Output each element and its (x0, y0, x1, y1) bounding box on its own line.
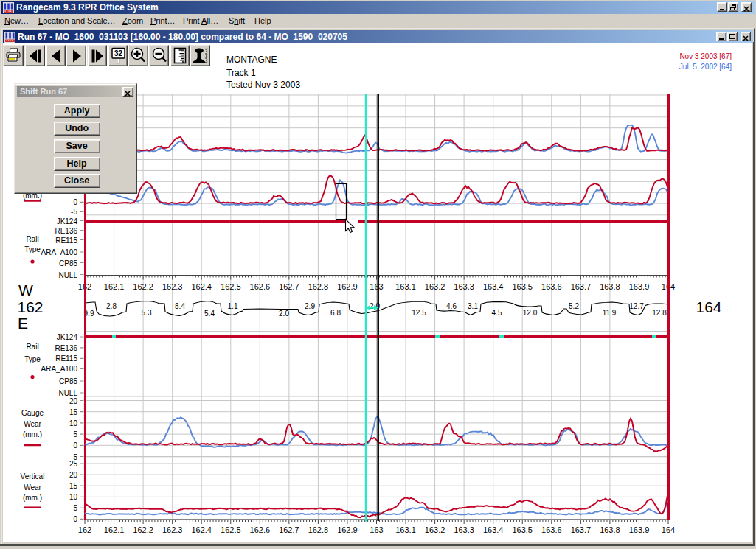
svg-text:Wear: Wear (24, 420, 41, 428)
svg-text:RE115: RE115 (55, 354, 77, 363)
svg-text:162.5: 162.5 (221, 525, 241, 534)
svg-text:8.4: 8.4 (175, 302, 185, 310)
svg-text:W: W (18, 282, 33, 298)
svg-text:20: 20 (69, 471, 78, 479)
svg-text:162.1: 162.1 (104, 525, 125, 534)
svg-text:Type: Type (24, 355, 41, 363)
svg-text:162.5: 162.5 (221, 282, 241, 291)
svg-text:163.4: 163.4 (483, 282, 504, 291)
svg-text:163.9: 163.9 (629, 525, 650, 534)
svg-text:E: E (18, 315, 28, 332)
svg-text:164: 164 (662, 525, 675, 534)
svg-text:12.8: 12.8 (652, 309, 667, 317)
svg-text:163.7: 163.7 (571, 282, 592, 291)
svg-text:0: 0 (73, 441, 77, 450)
svg-text:2.9: 2.9 (305, 302, 315, 310)
svg-text:JK124: JK124 (57, 333, 78, 341)
svg-text:162.2: 162.2 (133, 282, 153, 291)
svg-text:162.8: 162.8 (308, 525, 329, 534)
svg-text:163.9: 163.9 (629, 282, 650, 291)
svg-text:163.7: 163.7 (571, 525, 592, 534)
svg-text:25: 25 (69, 460, 78, 468)
svg-text:JK124: JK124 (57, 217, 78, 225)
svg-text:163: 163 (370, 525, 383, 534)
svg-text:164: 164 (696, 298, 721, 315)
svg-text:162.4: 162.4 (191, 525, 212, 534)
svg-text:0: 0 (73, 198, 77, 206)
svg-text:5.3: 5.3 (142, 309, 152, 317)
svg-text:ARA_A100: ARA_A100 (41, 365, 78, 373)
svg-text:Gauge: Gauge (21, 409, 44, 417)
svg-text:162.3: 162.3 (162, 525, 183, 534)
svg-text:163.5: 163.5 (512, 525, 533, 534)
svg-text:162.8: 162.8 (308, 282, 329, 291)
svg-text:162: 162 (17, 298, 43, 315)
svg-text:20: 20 (69, 397, 78, 405)
svg-text:NULL: NULL (58, 271, 77, 279)
svg-text:0: 0 (73, 515, 77, 523)
svg-text:Vertical: Vertical (21, 472, 45, 480)
svg-text:RE136: RE136 (55, 227, 77, 235)
svg-text:162.7: 162.7 (279, 525, 299, 534)
svg-text:(mm.): (mm.) (23, 430, 42, 438)
svg-text:12.7: 12.7 (629, 302, 644, 310)
svg-text:163.1: 163.1 (395, 282, 416, 291)
svg-text:5.4: 5.4 (204, 310, 215, 318)
svg-text:162.2: 162.2 (133, 525, 153, 534)
svg-text:ARA_A100: ARA_A100 (41, 248, 78, 256)
svg-text:162: 162 (78, 525, 91, 534)
svg-text:11.9: 11.9 (603, 309, 617, 317)
svg-text:Rail: Rail (26, 235, 38, 243)
svg-text:12.5: 12.5 (412, 309, 426, 317)
svg-text:162.9: 162.9 (337, 282, 358, 291)
svg-text:162.6: 162.6 (250, 282, 271, 291)
svg-text:163.6: 163.6 (541, 282, 562, 291)
svg-text:2.8: 2.8 (106, 302, 117, 310)
svg-text:CP85: CP85 (59, 377, 77, 385)
svg-text:162.1: 162.1 (104, 282, 125, 291)
svg-text:10: 10 (69, 493, 78, 501)
svg-text:RE115: RE115 (55, 237, 77, 245)
svg-text:163.2: 163.2 (425, 282, 445, 291)
svg-text:163.8: 163.8 (600, 282, 620, 291)
svg-text:5: 5 (73, 504, 77, 512)
svg-text:6.8: 6.8 (330, 309, 341, 317)
svg-text:163.4: 163.4 (483, 525, 504, 534)
svg-text:3.1: 3.1 (468, 302, 478, 310)
svg-text:163.6: 163.6 (541, 525, 562, 534)
svg-text:2.0: 2.0 (279, 310, 289, 318)
svg-text:4.5: 4.5 (492, 309, 502, 317)
svg-text:10: 10 (69, 419, 78, 427)
svg-text:(mm.): (mm.) (23, 494, 42, 502)
svg-text:Wear: Wear (24, 483, 41, 492)
svg-text:162.4: 162.4 (191, 282, 212, 291)
svg-text:5: 5 (73, 430, 77, 438)
svg-text:162.6: 162.6 (250, 525, 271, 534)
svg-text:1.1: 1.1 (228, 302, 238, 310)
svg-text:15: 15 (69, 482, 78, 490)
svg-text:NULL: NULL (58, 389, 77, 397)
svg-text:4.6: 4.6 (446, 302, 457, 310)
svg-text:Rail: Rail (26, 343, 38, 351)
svg-text:163.3: 163.3 (454, 282, 474, 291)
svg-text:Type: Type (24, 245, 41, 253)
svg-text:163: 163 (370, 282, 383, 291)
svg-text:162.7: 162.7 (279, 282, 299, 291)
svg-text:RE136: RE136 (55, 344, 77, 352)
svg-text:163.1: 163.1 (395, 525, 416, 534)
svg-text:-5: -5 (71, 208, 77, 216)
svg-text:162.9: 162.9 (337, 525, 358, 534)
svg-text:163.3: 163.3 (454, 525, 474, 534)
svg-text:163.8: 163.8 (600, 525, 620, 534)
svg-text:162.3: 162.3 (162, 282, 183, 291)
svg-text:163.5: 163.5 (512, 282, 533, 291)
svg-text:5.2: 5.2 (569, 302, 579, 310)
svg-text:15: 15 (69, 408, 78, 416)
svg-text:CP85: CP85 (59, 259, 77, 267)
svg-text:163.2: 163.2 (425, 525, 445, 534)
svg-text:12.0: 12.0 (523, 309, 538, 317)
